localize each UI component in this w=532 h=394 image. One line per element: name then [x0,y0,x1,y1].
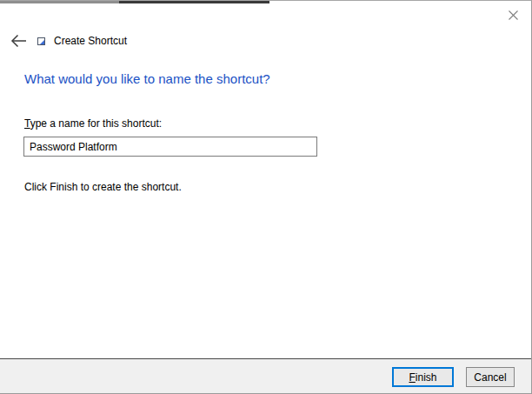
finish-button[interactable]: Finish [392,367,454,387]
page-title: What would you like to name the shortcut… [24,71,270,86]
window-title: Create Shortcut [54,35,127,47]
footer-bar: Finish Cancel [0,359,531,393]
close-button[interactable] [504,6,522,23]
background-window-edge-dark [119,1,269,3]
wizard-header: Create Shortcut [9,32,522,50]
shortcut-name-label: Type a name for this shortcut: [24,117,162,130]
back-button[interactable] [9,32,28,50]
shortcut-name-input[interactable] [23,137,317,157]
close-icon [508,10,519,21]
back-arrow-icon [10,34,27,48]
create-shortcut-wizard-window: Create Shortcut What would you like to n… [0,0,532,394]
cancel-button[interactable]: Cancel [466,367,515,387]
finish-hint-text: Click Finish to create the shortcut. [24,181,182,193]
shortcut-icon [37,37,45,45]
background-window-edge [0,1,119,3]
